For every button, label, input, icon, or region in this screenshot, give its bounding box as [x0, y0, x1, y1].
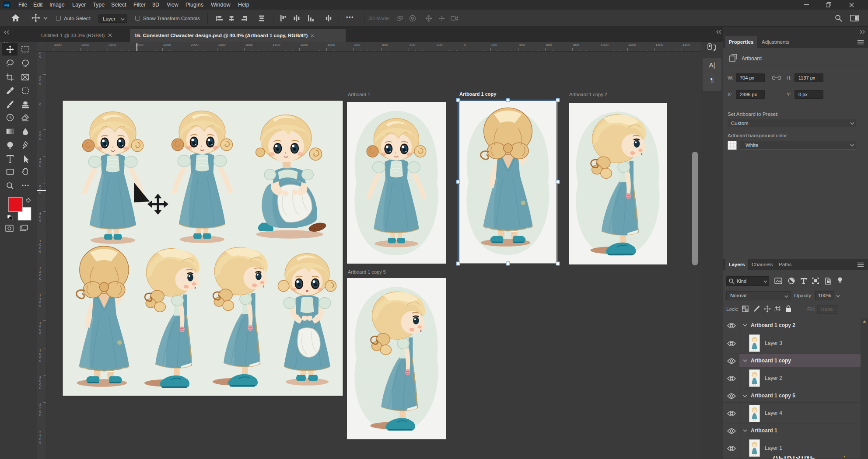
svg-text:Ps: Ps: [4, 3, 9, 7]
